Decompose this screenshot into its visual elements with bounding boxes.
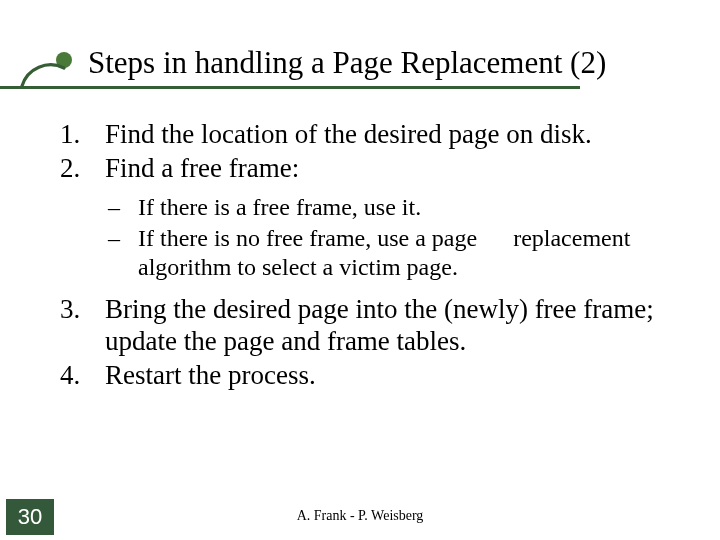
dash-icon: – bbox=[50, 193, 130, 222]
content-body: 1. Find the location of the desired page… bbox=[50, 118, 705, 394]
sub-item-text: If there is a free frame, use it. bbox=[130, 193, 705, 222]
item-text: Bring the desired page into the (newly) … bbox=[105, 293, 705, 358]
slide: Steps in handling a Page Replacement (2)… bbox=[0, 0, 720, 540]
bullet-icon bbox=[20, 42, 80, 106]
sublist: – If there is a free frame, use it. – If… bbox=[50, 193, 705, 283]
sub-item: – If there is no free frame, use a page … bbox=[50, 224, 705, 283]
list-item: 1. Find the location of the desired page… bbox=[50, 118, 705, 150]
item-number: 2. bbox=[50, 152, 105, 184]
list-block: 3. Bring the desired page into the (newl… bbox=[50, 293, 705, 392]
dash-icon: – bbox=[50, 224, 130, 283]
item-number: 3. bbox=[50, 293, 105, 358]
item-text: Restart the process. bbox=[105, 359, 705, 391]
slide-title: Steps in handling a Page Replacement (2) bbox=[88, 46, 606, 80]
item-number: 1. bbox=[50, 118, 105, 150]
list-item: 2. Find a free frame: bbox=[50, 152, 705, 184]
footer-credit: A. Frank - P. Weisberg bbox=[0, 508, 720, 524]
list-item: 3. Bring the desired page into the (newl… bbox=[50, 293, 705, 358]
item-text: Find the location of the desired page on… bbox=[105, 118, 705, 150]
sub-item-text: If there is no free frame, use a page re… bbox=[130, 224, 705, 283]
title-underline bbox=[0, 86, 580, 89]
item-number: 4. bbox=[50, 359, 105, 391]
item-text: Find a free frame: bbox=[105, 152, 705, 184]
sub-item: – If there is a free frame, use it. bbox=[50, 193, 705, 222]
list-item: 4. Restart the process. bbox=[50, 359, 705, 391]
